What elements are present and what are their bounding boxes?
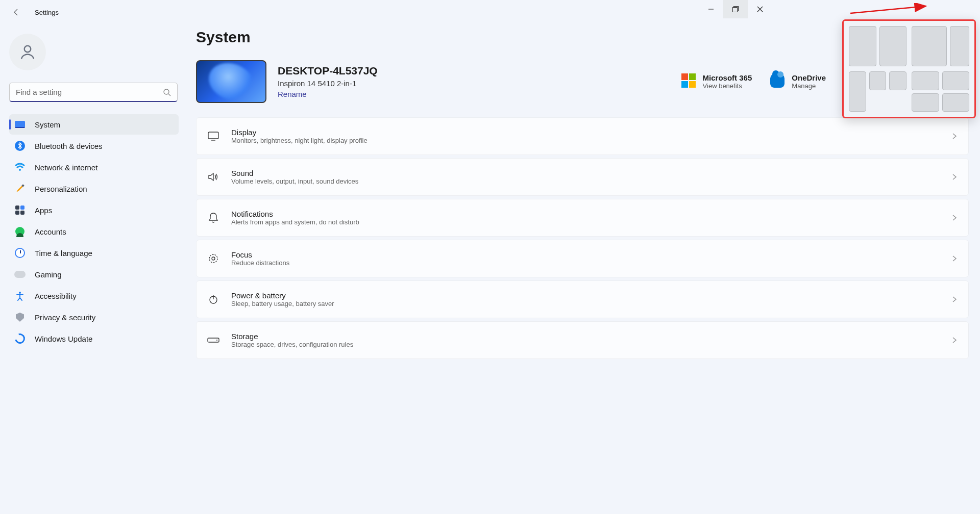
card-title: Focus (231, 250, 289, 259)
accounts-icon (14, 226, 26, 237)
service-onedrive[interactable]: OneDrive Manage (770, 73, 772, 90)
system-icon (14, 119, 26, 130)
paintbrush-icon (14, 183, 26, 194)
titlebar: Settings (0, 0, 772, 24)
card-power-battery[interactable]: Power & batterySleep, battery usage, bat… (196, 280, 772, 318)
service-title: Microsoft 365 (703, 73, 752, 82)
minimize-button[interactable] (699, 0, 723, 18)
storage-icon (207, 333, 220, 347)
nav-label: Accessibility (35, 292, 77, 300)
gamepad-icon (14, 269, 26, 280)
close-button[interactable] (748, 0, 772, 18)
svg-point-17 (216, 340, 217, 341)
clock-globe-icon (14, 247, 26, 259)
service-microsoft-365[interactable]: Microsoft 365 View benefits (681, 73, 752, 90)
wifi-icon (14, 162, 26, 173)
accessibility-icon (14, 290, 26, 301)
sidebar: System Bluetooth & devices Network & int… (0, 24, 184, 349)
svg-rect-2 (733, 8, 738, 12)
service-subtitle: View benefits (703, 82, 752, 90)
back-arrow-icon (12, 8, 20, 16)
focus-icon (207, 252, 220, 265)
nav-accounts[interactable]: Accounts (9, 221, 179, 242)
card-notifications[interactable]: NotificationsAlerts from apps and system… (196, 199, 772, 237)
search-input[interactable] (16, 88, 159, 96)
window-controls (699, 0, 772, 18)
card-title: Storage (231, 332, 353, 341)
nav-privacy-security[interactable]: Privacy & security (9, 307, 179, 327)
minimize-icon (708, 6, 714, 12)
nav-label: Time & language (35, 249, 92, 258)
card-sub: Storage space, drives, configuration rul… (231, 341, 353, 348)
bell-icon (207, 211, 220, 224)
nav-time-language[interactable]: Time & language (9, 243, 179, 263)
nav-network-internet[interactable]: Network & internet (9, 157, 179, 177)
card-sub: Alerts from apps and system, do not dist… (231, 218, 359, 226)
nav-label: Personalization (35, 185, 87, 193)
svg-point-5 (164, 89, 169, 94)
display-icon (207, 130, 220, 143)
settings-cards: DisplayMonitors, brightness, night light… (196, 117, 772, 359)
nav-label: Bluetooth & devices (35, 142, 103, 150)
maximize-button[interactable] (723, 0, 748, 18)
sound-icon (207, 170, 220, 184)
svg-rect-10 (208, 132, 218, 139)
device-info: DESKTOP-4L537JQ Inspiron 14 5410 2-in-1 … (278, 65, 378, 98)
services: Microsoft 365 View benefits OneDrive Man… (681, 73, 772, 90)
back-button[interactable] (10, 6, 22, 18)
rename-link[interactable]: Rename (278, 90, 378, 98)
card-focus[interactable]: FocusReduce distractions (196, 240, 772, 277)
window-title: Settings (35, 9, 59, 16)
nav-label: Windows Update (35, 335, 92, 343)
card-title: Sound (231, 169, 358, 177)
device-row: DESKTOP-4L537JQ Inspiron 14 5410 2-in-1 … (196, 60, 772, 103)
apps-icon (14, 204, 26, 216)
close-icon (757, 6, 763, 12)
person-icon (18, 43, 37, 61)
user-avatar[interactable] (9, 34, 46, 70)
svg-point-9 (19, 292, 21, 294)
card-title: Notifications (231, 210, 359, 218)
page-heading: System (196, 29, 772, 46)
search-box[interactable] (9, 83, 178, 102)
card-sub: Monitors, brightness, night light, displ… (231, 137, 368, 144)
nav-bluetooth-devices[interactable]: Bluetooth & devices (9, 136, 179, 156)
bluetooth-icon (14, 140, 26, 151)
nav-accessibility[interactable]: Accessibility (9, 286, 179, 306)
nav-windows-update[interactable]: Windows Update (9, 328, 179, 349)
microsoft-logo-icon (681, 73, 696, 88)
nav-label: Apps (35, 206, 52, 215)
svg-point-13 (212, 257, 215, 260)
nav-label: Gaming (35, 270, 62, 279)
nav-gaming[interactable]: Gaming (9, 264, 179, 285)
card-sub: Sleep, battery usage, battery saver (231, 300, 334, 307)
nav-apps[interactable]: Apps (9, 200, 179, 220)
device-model: Inspiron 14 5410 2-in-1 (278, 79, 378, 88)
shield-icon (14, 312, 26, 323)
card-title: Power & battery (231, 291, 334, 300)
nav-label: Privacy & security (35, 313, 95, 322)
nav-system[interactable]: System (9, 114, 179, 135)
card-sound[interactable]: SoundVolume levels, output, input, sound… (196, 158, 772, 196)
card-display[interactable]: DisplayMonitors, brightness, night light… (196, 117, 772, 155)
nav: System Bluetooth & devices Network & int… (9, 114, 179, 349)
nav-personalization[interactable]: Personalization (9, 178, 179, 199)
device-thumbnail[interactable] (196, 60, 266, 103)
card-sub: Reduce distractions (231, 259, 289, 267)
update-icon (14, 333, 26, 344)
svg-line-6 (168, 94, 170, 96)
main-content: System DESKTOP-4L537JQ Inspiron 14 5410 … (196, 29, 772, 405)
device-name: DESKTOP-4L537JQ (278, 65, 378, 77)
card-sub: Volume levels, output, input, sound devi… (231, 177, 358, 185)
svg-point-4 (24, 46, 31, 53)
search-icon (163, 88, 171, 96)
svg-point-7 (19, 169, 21, 171)
svg-point-12 (209, 254, 217, 263)
nav-label: System (35, 120, 60, 129)
maximize-icon (732, 6, 739, 12)
card-title: Display (231, 128, 368, 137)
nav-label: Network & internet (35, 163, 97, 172)
nav-label: Accounts (35, 227, 66, 236)
card-storage[interactable]: StorageStorage space, drives, configurat… (196, 321, 772, 359)
onedrive-cloud-icon (770, 73, 772, 88)
